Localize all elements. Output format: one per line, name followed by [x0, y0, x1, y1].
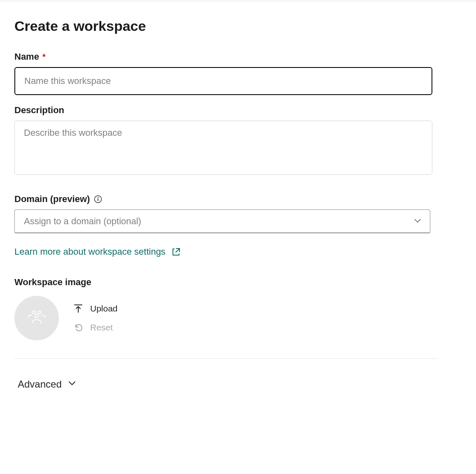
- page-title: Create a workspace: [14, 18, 462, 34]
- workspace-form-container: Create a workspace Name * Description Do…: [0, 2, 476, 390]
- name-input[interactable]: [14, 67, 432, 95]
- svg-point-1: [98, 197, 98, 198]
- domain-label-row: Domain (preview): [14, 194, 462, 204]
- domain-field-group: Domain (preview) Assign to a domain (opt…: [14, 194, 462, 233]
- workspace-image-label: Workspace image: [14, 277, 462, 288]
- description-field-group: Description: [14, 105, 462, 177]
- required-asterisk: *: [42, 52, 46, 62]
- learn-more-link[interactable]: Learn more about workspace settings: [14, 246, 181, 257]
- reset-label: Reset: [90, 323, 113, 332]
- svg-point-5: [35, 314, 38, 318]
- advanced-toggle[interactable]: Advanced: [14, 379, 77, 390]
- reset-button: Reset: [74, 323, 118, 332]
- section-divider: [14, 358, 439, 359]
- svg-rect-2: [98, 199, 98, 201]
- info-icon[interactable]: [94, 195, 102, 203]
- learn-more-text: Learn more about workspace settings: [14, 246, 166, 257]
- domain-select[interactable]: Assign to a domain (optional): [14, 209, 430, 233]
- external-link-icon: [171, 247, 181, 257]
- svg-point-3: [33, 311, 35, 314]
- image-actions: Upload Reset: [74, 304, 118, 332]
- description-label-row: Description: [14, 105, 462, 116]
- workspace-image-section: Workspace image: [14, 277, 462, 340]
- chevron-down-icon: [68, 379, 77, 390]
- people-icon: [26, 310, 47, 326]
- advanced-label: Advanced: [18, 379, 62, 390]
- name-label: Name: [14, 51, 39, 62]
- description-label: Description: [14, 105, 64, 116]
- upload-label: Upload: [90, 304, 118, 314]
- upload-icon: [74, 304, 83, 313]
- name-field-group: Name *: [14, 51, 462, 95]
- upload-button[interactable]: Upload: [74, 304, 118, 314]
- reset-icon: [74, 323, 83, 332]
- name-label-row: Name *: [14, 51, 462, 62]
- description-input[interactable]: [14, 121, 432, 175]
- domain-select-wrapper: Assign to a domain (optional): [14, 209, 430, 233]
- image-section-row: Upload Reset: [14, 296, 462, 340]
- avatar-placeholder: [14, 296, 59, 340]
- domain-label: Domain (preview): [14, 194, 90, 204]
- svg-point-4: [38, 311, 41, 314]
